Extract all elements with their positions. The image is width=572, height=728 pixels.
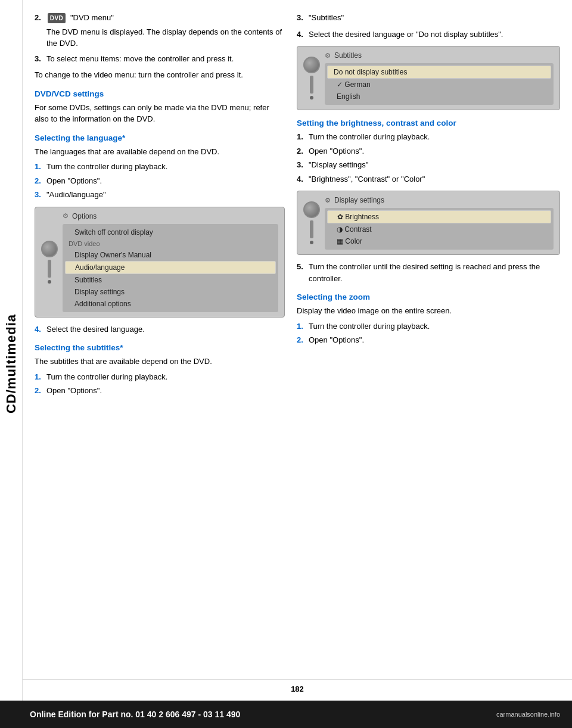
lang-step-2: 2. Open "Options". <box>35 175 285 187</box>
right-step3-text: "Subtitles" <box>309 12 344 24</box>
zoom-heading: Selecting the zoom <box>297 293 560 301</box>
dvd-vcd-heading: DVD/VCD settings <box>35 89 285 98</box>
bright-step-3-text: "Display settings" <box>309 159 368 171</box>
right-controller-stem <box>310 76 313 94</box>
dvd-vcd-desc: For some DVDs, settings can only be made… <box>35 102 285 125</box>
step2-number: 2. <box>35 13 41 22</box>
options-screenshot: ⚙ Options Switch off control display DVD… <box>35 207 285 318</box>
disp-controller-knob <box>303 201 320 218</box>
bright-step-3: 3. "Display settings" <box>297 159 560 171</box>
options-menu-body: Switch off control display DVD video Dis… <box>63 224 278 312</box>
bright-step-3-num: 3. <box>297 159 305 171</box>
lang-step-1: 1. Turn the controller during playback. <box>35 161 285 173</box>
main-content: 2. DVD "DVD menu" The DVD menu is displa… <box>23 0 572 437</box>
side-tab-label: CD/multimedia <box>4 314 19 413</box>
bright-step-1-text: Turn the controller during playback. <box>309 131 430 143</box>
right-step4-list: 4. Select the desired language or "Do no… <box>297 29 560 41</box>
left-nav-area <box>41 241 58 284</box>
step3-text: To select menu items: move the controlle… <box>46 53 234 65</box>
sub-menu-german: German <box>325 79 554 91</box>
zoom-step-2: 2. Open "Options". <box>297 334 560 346</box>
controller-dot <box>48 280 51 284</box>
step4-item: 4. Select the desired language. <box>35 323 285 335</box>
step4-num: 4. <box>35 323 43 335</box>
bright-step-4-num: 4. <box>297 173 305 185</box>
step3-list: 3. To select menu items: move the contro… <box>35 53 285 65</box>
lang-step-2-text: Open "Options". <box>46 175 102 187</box>
dvd-icon: DVD <box>48 13 66 23</box>
menu-display-manual: Display Owner's Manual <box>63 249 278 261</box>
right-step4-num: 4. <box>297 29 305 41</box>
disp-contrast: Contrast <box>325 223 554 235</box>
subtitles-menu-body: Do not display subtitles German English <box>325 63 554 105</box>
right-step4-item: 4. Select the desired language or "Do no… <box>297 29 560 41</box>
brightness-heading: Setting the brightness, contrast and col… <box>297 119 560 127</box>
lang-step-3-text: "Audio/language" <box>46 189 106 201</box>
display-settings-ui-wrapper: ⚙ Display settings Brightness Contrast C… <box>303 196 554 250</box>
footer: Online Edition for Part no. 01 40 2 606 … <box>0 701 572 728</box>
page-number-area: 182 <box>23 679 572 698</box>
bright-step-1: 1. Turn the controller during playback. <box>297 131 560 143</box>
bright-step-4: 4. "Brightness", "Contrast" or "Color" <box>297 173 560 185</box>
step4-text: Select the desired language. <box>46 323 145 335</box>
bright-step-2-text: Open "Options". <box>309 145 364 157</box>
footer-text: Online Edition for Part no. 01 40 2 606 … <box>30 710 240 719</box>
step4-list: 4. Select the desired language. <box>35 323 285 335</box>
right-step5-item: 5. Turn the controller until the desired… <box>297 261 560 284</box>
disp-settings-body: Brightness Contrast Color <box>325 208 554 250</box>
right-step3-list: 3. "Subtitles" <box>297 12 560 24</box>
page-number: 182 <box>291 685 304 693</box>
right-step5-num: 5. <box>297 261 305 284</box>
bright-step-4-text: "Brightness", "Contrast" or "Color" <box>309 173 425 185</box>
sub-step-2-num: 2. <box>35 385 43 397</box>
options-menu: ⚙ Options Switch off control display DVD… <box>63 212 278 312</box>
sub-step-2-text: Open "Options". <box>46 385 102 397</box>
zoom-desc: Display the video image on the entire sc… <box>297 305 560 317</box>
sub-menu-english: English <box>325 91 554 102</box>
step3-num: 3. <box>35 53 43 65</box>
language-steps-list: 1. Turn the controller during playback. … <box>35 161 285 201</box>
controller-stem <box>48 260 51 278</box>
subtitles-ui-wrapper: ⚙ Subtitles Do not display subtitles Ger… <box>303 51 554 105</box>
menu-switch-off: Switch off control display <box>63 226 278 238</box>
disp-color: Color <box>325 235 554 247</box>
right-controller-knob <box>303 57 320 73</box>
zoom-steps-list: 1. Turn the controller during playback. … <box>297 321 560 346</box>
step3-item: 3. To select menu items: move the contro… <box>35 53 285 65</box>
subtitles-icon: ⚙ <box>325 52 331 60</box>
subtitles-menu: ⚙ Subtitles Do not display subtitles Ger… <box>325 51 554 105</box>
footer-right-text: carmanualsonline.info <box>496 711 560 718</box>
step2-desc: The DVD menu is displayed. The display d… <box>35 26 285 49</box>
display-settings-menu: ⚙ Display settings Brightness Contrast C… <box>325 196 554 250</box>
lang-step-1-text: Turn the controller during playback. <box>46 161 167 173</box>
disp-brightness: Brightness <box>327 210 551 223</box>
left-column: 2. DVD "DVD menu" The DVD menu is displa… <box>35 12 285 402</box>
subtitles-title-bar: ⚙ Subtitles <box>325 51 554 60</box>
right-controller-dot <box>310 96 313 99</box>
lang-step-3: 3. "Audio/language" <box>35 189 285 201</box>
sub-step-1-num: 1. <box>35 371 43 383</box>
right-column: 3. "Subtitles" 4. Select the desired lan… <box>297 12 560 402</box>
subtitles-title: Subtitles <box>334 51 362 60</box>
disp-title-bar: ⚙ Display settings <box>325 196 554 204</box>
color-icon <box>337 237 345 245</box>
options-icon: ⚙ <box>63 212 69 220</box>
disp-controller-stem <box>310 220 313 238</box>
sub-step-1: 1. Turn the controller during playback. <box>35 371 285 383</box>
menu-display-settings: Display settings <box>63 286 278 298</box>
sub-menu-no-display: Do not display subtitles <box>327 66 551 79</box>
lang-step-1-num: 1. <box>35 161 43 173</box>
right-left-nav <box>303 57 320 99</box>
language-heading: Selecting the language* <box>35 133 285 142</box>
subtitles-heading: Selecting the subtitles* <box>35 343 285 352</box>
step2-intro: 2. DVD "DVD menu" <box>35 12 285 24</box>
subtitles-steps-list: 1. Turn the controller during playback. … <box>35 371 285 397</box>
side-tab: CD/multimedia <box>0 0 23 728</box>
right-step3-item: 3. "Subtitles" <box>297 12 560 24</box>
sub-step-1-text: Turn the controller during playback. <box>46 371 167 383</box>
menu-additional-options: Additional options <box>63 298 278 310</box>
lang-step-3-num: 3. <box>35 189 43 201</box>
zoom-step-2-text: Open "Options". <box>309 334 364 346</box>
menu-dvd-video: DVD video <box>63 238 278 249</box>
options-ui-wrapper: ⚙ Options Switch off control display DVD… <box>41 212 278 312</box>
